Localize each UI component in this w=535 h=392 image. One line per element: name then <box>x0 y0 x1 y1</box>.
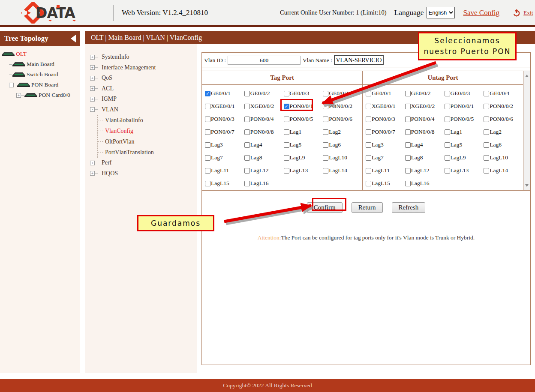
menu-item-acl[interactable]: +ACL <box>90 84 197 94</box>
untag-port-checkbox-lag4[interactable] <box>405 142 411 148</box>
tag-port-checkbox-pon0-0-1[interactable] <box>284 104 289 109</box>
tag-port-checkbox-lagl14[interactable] <box>323 168 328 174</box>
scroll-down-icon[interactable] <box>525 184 529 187</box>
menu-item-portvlantranslation[interactable]: PortVlanTranslation <box>98 147 197 158</box>
confirm-button[interactable]: Confirm <box>307 202 343 213</box>
vlan-id-input[interactable] <box>228 56 301 65</box>
untag-port-checkbox-pon0-0-6[interactable] <box>484 117 489 122</box>
collapse-icon[interactable]: - <box>9 83 14 87</box>
tag-port-checkbox-lagl15[interactable] <box>205 181 210 186</box>
tag-port-checkbox-ge0-0-3[interactable] <box>284 91 289 96</box>
tag-port-checkbox-pon0-0-2[interactable] <box>323 104 328 109</box>
tag-port-checkbox-lag4[interactable] <box>244 142 250 148</box>
expand-icon[interactable]: + <box>90 86 95 91</box>
tag-port-checkbox-lag7[interactable] <box>205 155 210 161</box>
tag-port-checkbox-lag8[interactable] <box>244 155 250 161</box>
tag-port-checkbox-ge0-0-1[interactable] <box>205 91 210 96</box>
table-scrollbar[interactable] <box>523 71 530 190</box>
menu-item-qos[interactable]: +QoS <box>90 73 197 84</box>
untag-port-checkbox-lag8[interactable] <box>405 155 411 161</box>
expand-icon[interactable]: + <box>90 97 95 102</box>
untag-port-checkbox-lag6[interactable] <box>484 142 489 148</box>
expand-icon[interactable]: + <box>90 76 95 81</box>
expand-icon[interactable]: + <box>16 93 21 98</box>
save-config-link[interactable]: Save Config <box>463 9 500 17</box>
untag-port-checkbox-ge0-0-3[interactable] <box>445 91 450 96</box>
menu-item-systeminfo[interactable]: +SystemInfo <box>90 52 197 63</box>
untag-port-checkbox-lag5[interactable] <box>445 142 450 148</box>
tree-item-main-board[interactable]: Main Board <box>0 59 80 69</box>
untag-port-checkbox-lag1[interactable] <box>445 129 450 135</box>
tag-port-checkbox-lagl12[interactable] <box>244 168 250 174</box>
tag-port-checkbox-lag2[interactable] <box>323 129 328 135</box>
tag-port-checkbox-pon0-0-5[interactable] <box>284 117 289 122</box>
menu-item-interface-management[interactable]: +Interface Management <box>90 63 197 73</box>
language-select[interactable]: English <box>427 7 455 18</box>
menu-item-oltportvlan[interactable]: OltPortVlan <box>98 136 197 147</box>
menu-item-hqos[interactable]: +HQOS <box>90 168 197 179</box>
tag-port-checkbox-lagl10[interactable] <box>323 155 328 161</box>
refresh-button[interactable]: Refresh <box>392 202 426 213</box>
untag-port-checkbox-pon0-0-4[interactable] <box>405 117 411 122</box>
expand-icon[interactable]: + <box>90 171 95 176</box>
tag-port-checkbox-lagl16[interactable] <box>244 181 250 186</box>
menu-item-perf[interactable]: +Perf <box>90 158 197 168</box>
tree-item-switch-board[interactable]: Switch Board <box>0 69 80 80</box>
untag-port-checkbox-lag2[interactable] <box>484 129 489 135</box>
expand-icon[interactable]: + <box>90 55 95 60</box>
expand-icon[interactable]: + <box>90 161 95 165</box>
tree-item-pon-card0-0[interactable]: +PON Card0/0 <box>0 90 80 100</box>
scroll-up-icon[interactable] <box>525 75 529 77</box>
menu-item-igmp[interactable]: +IGMP <box>90 94 197 105</box>
tag-port-checkbox-lag6[interactable] <box>323 142 328 148</box>
tag-port-checkbox-lag5[interactable] <box>284 142 289 148</box>
tag-port-checkbox-pon0-0-7[interactable] <box>205 129 210 135</box>
untag-port-checkbox-ge0-0-1[interactable] <box>366 91 371 96</box>
untag-port-checkbox-xge0-0-2[interactable] <box>405 104 411 109</box>
menu-item-vlan[interactable]: -VLAN <box>90 105 197 115</box>
untag-port-checkbox-lag7[interactable] <box>366 155 371 161</box>
tag-port-checkbox-pon0-0-4[interactable] <box>244 117 250 122</box>
tag-port-checkbox-ge0-0-4[interactable] <box>323 91 328 96</box>
tag-port-checkbox-xge0-0-1[interactable] <box>205 104 210 109</box>
untag-port-checkbox-lagl11[interactable] <box>366 168 371 174</box>
untag-port-checkbox-lagl15[interactable] <box>366 181 371 186</box>
collapse-icon[interactable]: - <box>90 107 95 112</box>
sidebar-collapse-icon[interactable] <box>71 35 76 42</box>
tag-port-checkbox-lagl13[interactable] <box>284 168 289 174</box>
untag-port-checkbox-lagl16[interactable] <box>405 181 411 186</box>
tag-port-checkbox-ge0-0-2[interactable] <box>244 91 250 96</box>
untag-port-checkbox-lagl13[interactable] <box>445 168 450 174</box>
power-icon[interactable] <box>512 9 521 17</box>
untag-port-checkbox-lagl14[interactable] <box>484 168 489 174</box>
untag-port-checkbox-pon0-0-5[interactable] <box>445 117 450 122</box>
menu-item-vlanconfig[interactable]: VlanConfig <box>98 126 197 136</box>
untag-port-checkbox-pon0-0-1[interactable] <box>445 104 450 109</box>
vlan-name-input[interactable] <box>334 55 384 65</box>
untag-port-checkbox-ge0-0-2[interactable] <box>405 91 411 96</box>
tag-port-checkbox-lag1[interactable] <box>284 129 289 135</box>
tag-port-checkbox-lagl9[interactable] <box>284 155 289 161</box>
untag-port-checkbox-lagl9[interactable] <box>445 155 450 161</box>
untag-port-checkbox-lagl12[interactable] <box>405 168 411 174</box>
untag-port-checkbox-pon0-0-8[interactable] <box>405 129 411 135</box>
tag-port-checkbox-lagl11[interactable] <box>205 168 210 174</box>
tree-item-olt[interactable]: OLT <box>0 49 80 59</box>
tag-port-checkbox-pon0-0-6[interactable] <box>323 117 328 122</box>
untag-port-checkbox-pon0-0-3[interactable] <box>366 117 371 122</box>
tag-port-checkbox-xge0-0-2[interactable] <box>244 104 250 109</box>
untag-port-checkbox-xge0-0-1[interactable] <box>366 104 371 109</box>
expand-icon[interactable]: + <box>90 65 95 70</box>
tree-item-pon-board[interactable]: -PON Board <box>0 80 80 90</box>
tag-port-checkbox-lag3[interactable] <box>205 142 210 148</box>
untag-port-checkbox-pon0-0-7[interactable] <box>366 129 371 135</box>
tag-port-checkbox-pon0-0-8[interactable] <box>244 129 250 135</box>
return-button[interactable]: Return <box>352 202 383 213</box>
untag-port-checkbox-lagl10[interactable] <box>484 155 489 161</box>
menu-item-vlanglobalinfo[interactable]: VlanGlobalInfo <box>98 115 197 126</box>
untag-port-checkbox-lag3[interactable] <box>366 142 371 148</box>
exit-link[interactable]: Exit <box>523 9 533 16</box>
tag-port-checkbox-pon0-0-3[interactable] <box>205 117 210 122</box>
untag-port-checkbox-pon0-0-2[interactable] <box>484 104 489 109</box>
untag-port-checkbox-ge0-0-4[interactable] <box>484 91 489 96</box>
